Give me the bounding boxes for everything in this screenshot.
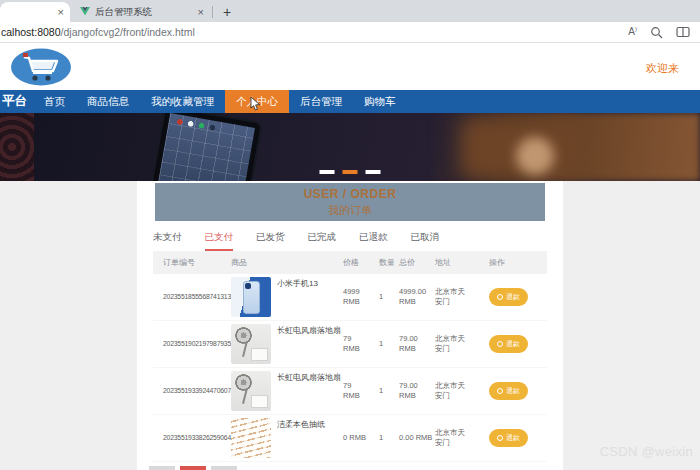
pagination-item[interactable]: 1: [180, 466, 206, 470]
address-cell: 北京市天安门: [435, 287, 479, 307]
tab-separator: [212, 6, 213, 18]
new-tab-button[interactable]: +: [217, 4, 237, 20]
quantity-cell: 1: [379, 386, 399, 396]
browser-tab-bar: × 后台管理系统 × +: [0, 0, 700, 22]
refund-button[interactable]: 退款: [489, 429, 528, 447]
table-header-cell: 地址: [435, 258, 479, 268]
vue-favicon-icon: [80, 7, 90, 17]
order-status-tab[interactable]: 未支付: [153, 231, 182, 251]
banner-photo-blur: [516, 137, 554, 175]
quantity-cell: 1: [379, 339, 399, 349]
nav-brand[interactable]: 平台: [2, 90, 27, 113]
shopping-cart-logo: [10, 48, 72, 86]
total-cell: 4999.00 RMB: [399, 287, 435, 307]
carousel-indicator-dot[interactable]: [366, 170, 381, 174]
product-image: [231, 324, 271, 364]
product-image: [231, 418, 271, 458]
pagination-item[interactable]: 2: [211, 466, 237, 470]
product-name: 长虹电风扇落地扇: [277, 326, 341, 336]
product-name: 小米手机13: [277, 279, 318, 289]
page-title-zh: 我的订单: [155, 203, 545, 218]
product-cell: 洁柔本色抽纸: [231, 418, 343, 458]
refund-button[interactable]: 退款: [489, 335, 528, 353]
refund-icon: [497, 388, 503, 394]
address-cell: 北京市天安门: [435, 381, 479, 401]
address-bar[interactable]: calhost:8080/djangofcvg2/front/index.htm…: [0, 22, 700, 43]
main-nav: 平台 首页 商品信息 我的收藏管理 个人中心 后台管理 购物车: [0, 90, 700, 113]
mouse-cursor-icon: [250, 97, 261, 111]
order-status-tab[interactable]: 已支付: [205, 231, 234, 251]
product-cell: 小米手机13: [231, 277, 343, 317]
browser-tab-current[interactable]: ×: [0, 2, 70, 22]
nav-item[interactable]: 后台管理: [289, 90, 353, 113]
nav-items: 首页 商品信息 我的收藏管理 个人中心 后台管理 购物车: [33, 90, 407, 113]
table-header-cell: 价格: [343, 258, 379, 268]
refund-icon: [497, 435, 503, 441]
order-table-row: 2023551933826259064 洁柔本色抽纸 0 RMB 1 0.00 …: [153, 415, 547, 462]
refund-icon: [497, 294, 503, 300]
table-header-cell: 订单编号: [153, 258, 231, 268]
table-body: 20235518555687413138 小米手机13 4999 RMB 1 4…: [153, 274, 547, 462]
refund-icon: [497, 341, 503, 347]
pagination: ‹ 1 2: [149, 466, 563, 470]
pagination-item[interactable]: ‹: [149, 466, 175, 470]
order-number: 2023551933826259064: [153, 434, 231, 443]
refund-button[interactable]: 退款: [489, 288, 528, 306]
action-cell: 退款: [479, 429, 543, 447]
url-text[interactable]: calhost:8080/djangofcvg2/front/index.htm…: [1, 26, 195, 38]
carousel-indicator-dot[interactable]: [320, 170, 335, 174]
order-number: 2023551902197987935: [153, 340, 231, 349]
action-cell: 退款: [479, 288, 543, 306]
order-table-row: 2023551902197987935 长虹电风扇落地扇 79 RMB 1 79…: [153, 321, 547, 368]
product-image: [231, 371, 271, 411]
action-cell: 退款: [479, 382, 543, 400]
site-header: 欢迎来: [0, 43, 700, 90]
nav-item[interactable]: 商品信息: [76, 90, 140, 113]
order-number: 2023551933924470607: [153, 387, 231, 396]
close-icon[interactable]: ×: [198, 7, 204, 18]
tab-title: 后台管理系统: [95, 6, 198, 19]
carousel-indicator-dot[interactable]: [343, 170, 358, 174]
refund-button[interactable]: 退款: [489, 382, 528, 400]
nav-item[interactable]: 购物车: [353, 90, 407, 113]
page-title: USER / ORDER 我的订单: [155, 183, 545, 221]
order-page-card: USER / ORDER 我的订单 未支付 已支付 已发货 已完成 已退款 已取…: [137, 181, 563, 470]
carousel-banner: [0, 113, 700, 181]
table-header-cell: 商品: [231, 258, 343, 268]
page-title-en: USER / ORDER: [155, 186, 545, 202]
table-header-cell: 总价: [399, 258, 435, 268]
product-name: 洁柔本色抽纸: [277, 420, 325, 430]
orders-table: 订单编号 商品 价格 数量 总价 地址 操作 20235518555687413…: [153, 252, 547, 462]
product-cell: 长虹电风扇落地扇: [231, 371, 343, 411]
quantity-cell: 1: [379, 292, 399, 302]
price-cell: 79 RMB: [343, 381, 379, 401]
table-header-row: 订单编号 商品 价格 数量 总价 地址 操作: [153, 252, 547, 274]
price-cell: 79 RMB: [343, 334, 379, 354]
search-icon[interactable]: [650, 26, 663, 39]
product-cell: 长虹电风扇落地扇: [231, 324, 343, 364]
order-table-row: 2023551933924470607 长虹电风扇落地扇 79 RMB 1 79…: [153, 368, 547, 415]
nav-item[interactable]: 首页: [33, 90, 76, 113]
split-screen-icon[interactable]: [676, 26, 690, 38]
action-cell: 退款: [479, 335, 543, 353]
product-name: 长虹电风扇落地扇: [277, 373, 341, 383]
order-status-tab[interactable]: 已发货: [256, 231, 285, 251]
banner-pattern: [0, 113, 34, 181]
price-cell: 0 RMB: [343, 433, 379, 443]
table-header-cell: 操作: [479, 258, 543, 268]
csdn-watermark: CSDN @weixin: [600, 444, 693, 459]
browser-tab-admin[interactable]: 后台管理系统 ×: [74, 2, 210, 22]
read-aloud-icon[interactable]: A: [628, 26, 637, 37]
carousel-indicators: [320, 170, 381, 174]
order-status-tab[interactable]: 已完成: [308, 231, 337, 251]
table-header-cell: 数量: [379, 258, 399, 268]
nav-item[interactable]: 我的收藏管理: [140, 90, 225, 113]
order-status-tab[interactable]: 已退款: [359, 231, 388, 251]
order-number: 20235518555687413138: [153, 293, 231, 302]
close-icon[interactable]: ×: [58, 7, 64, 18]
order-status-tab[interactable]: 已取消: [411, 231, 440, 251]
welcome-text: 欢迎来: [646, 61, 679, 76]
total-cell: 79.00 RMB: [399, 334, 435, 354]
product-image: [231, 277, 271, 317]
banner-phone-image: [149, 113, 263, 181]
